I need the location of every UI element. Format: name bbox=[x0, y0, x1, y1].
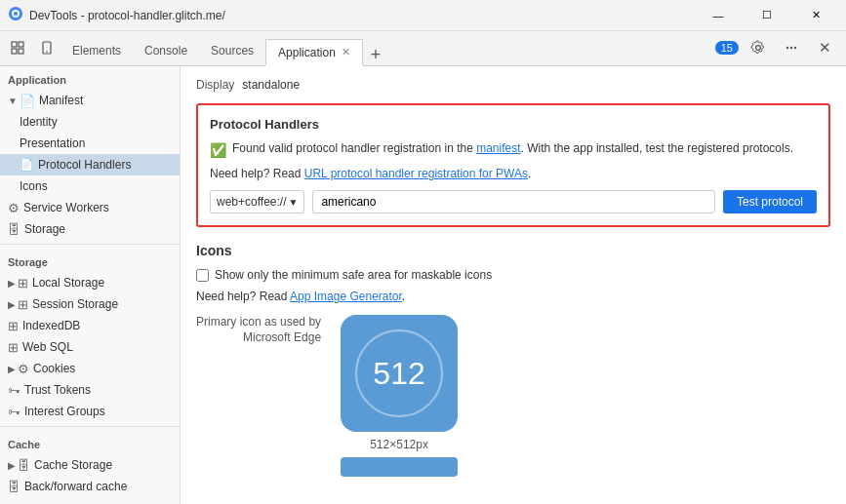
tab-sources[interactable]: Sources bbox=[199, 38, 265, 65]
app-section-title: Application bbox=[0, 66, 180, 90]
sidebar-item-local-storage[interactable]: ▶ ⊞ Local Storage bbox=[0, 272, 180, 293]
tab-application[interactable]: Application ✕ bbox=[265, 39, 363, 66]
icon-preview-info: Primary icon as used by Microsoft Edge bbox=[196, 315, 321, 344]
sidebar-item-manifest[interactable]: ▼ 📄 Manifest bbox=[0, 90, 180, 111]
sidebar-item-trust-tokens[interactable]: 🗝 Trust Tokens bbox=[0, 379, 180, 401]
icon-number: 512 bbox=[373, 356, 424, 392]
minimize-button[interactable]: — bbox=[696, 5, 741, 26]
edge-label: Microsoft Edge bbox=[243, 330, 321, 344]
sidebar-item-identity[interactable]: Identity bbox=[0, 111, 180, 133]
display-row: Display standalone bbox=[196, 78, 830, 92]
check-icon: ✅ bbox=[210, 140, 226, 161]
icon-tile-container: 512 512×512px bbox=[341, 315, 458, 477]
device-toolbar-button[interactable] bbox=[33, 34, 60, 61]
display-value: standalone bbox=[242, 78, 300, 92]
chevron-right-icon: ▶ bbox=[8, 364, 16, 374]
add-tab-button[interactable]: + bbox=[363, 45, 389, 65]
close-button[interactable]: ✕ bbox=[793, 5, 838, 26]
chevron-down-icon: ▼ bbox=[289, 197, 299, 208]
sidebar-item-protocol-handlers[interactable]: 📄 Protocol Handlers bbox=[0, 154, 180, 175]
manifest-link[interactable]: manifest bbox=[476, 141, 520, 155]
sidebar-item-web-sql[interactable]: ⊞ Web SQL bbox=[0, 336, 180, 358]
primary-icon-label: Primary icon as used by bbox=[196, 315, 321, 329]
svg-point-11 bbox=[794, 47, 796, 49]
svg-rect-6 bbox=[19, 49, 23, 54]
protocol-status-after: . With the app installed, test the regis… bbox=[521, 141, 793, 155]
maskable-checkbox[interactable] bbox=[196, 269, 209, 282]
svg-rect-4 bbox=[19, 42, 23, 47]
sidebar-divider-2 bbox=[0, 426, 180, 427]
db-icon: ⊞ bbox=[18, 297, 28, 312]
display-label: Display bbox=[196, 78, 234, 92]
content-area: Display standalone Protocol Handlers ✅ F… bbox=[181, 66, 846, 504]
maskable-checkbox-row: Show only the minimum safe area for mask… bbox=[196, 268, 830, 282]
icon-inner-circle: 512 bbox=[355, 330, 443, 417]
issues-badge[interactable]: 15 bbox=[715, 41, 739, 55]
icon-tile: 512 bbox=[341, 315, 458, 432]
storage-icon: 🗄 bbox=[8, 222, 20, 237]
tab-elements[interactable]: Elements bbox=[60, 38, 133, 65]
sidebar-item-indexeddb[interactable]: ⊞ IndexedDB bbox=[0, 315, 180, 336]
sidebar-item-interest-groups[interactable]: 🗝 Interest Groups bbox=[0, 401, 180, 422]
sidebar-item-cache-storage[interactable]: ▶ 🗄 Cache Storage bbox=[0, 454, 180, 476]
app-image-generator-link[interactable]: App Image Generator bbox=[290, 290, 402, 303]
inspect-button[interactable] bbox=[4, 34, 31, 61]
more-tools-button[interactable] bbox=[778, 34, 805, 61]
svg-point-9 bbox=[786, 47, 788, 49]
window-title: DevTools - protocol-handler.glitch.me/ bbox=[29, 9, 696, 22]
protocol-handlers-title: Protocol Handlers bbox=[210, 117, 817, 132]
icon-preview-section: Primary icon as used by Microsoft Edge 5… bbox=[196, 315, 830, 477]
chevron-right-icon: ▶ bbox=[8, 460, 16, 471]
sidebar-item-back-forward-cache[interactable]: 🗄 Back/forward cache bbox=[0, 476, 180, 497]
main-layout: Application ▼ 📄 Manifest Identity Presen… bbox=[0, 66, 846, 504]
sidebar-divider-1 bbox=[0, 244, 180, 245]
file-icon: 📄 bbox=[20, 158, 34, 172]
protocol-text-input[interactable] bbox=[312, 190, 715, 213]
protocol-handlers-box: Protocol Handlers ✅ Found valid protocol… bbox=[196, 103, 830, 227]
chevron-right-icon: ▶ bbox=[8, 299, 16, 310]
svg-point-8 bbox=[46, 51, 48, 53]
app-icon bbox=[8, 6, 23, 24]
db-icon: ⊞ bbox=[8, 319, 19, 333]
maskable-checkbox-label: Show only the minimum safe area for mask… bbox=[215, 268, 492, 282]
tab-close-icon[interactable]: ✕ bbox=[342, 46, 350, 58]
db-icon: ⊞ bbox=[8, 340, 19, 355]
tab-bar: Elements Console Sources Application ✕ + bbox=[60, 38, 707, 65]
sidebar-item-icons[interactable]: Icons bbox=[0, 175, 180, 197]
icon-strip bbox=[341, 457, 458, 477]
sidebar-item-session-storage[interactable]: ▶ ⊞ Session Storage bbox=[0, 293, 180, 315]
storage-section-title: Storage bbox=[0, 249, 180, 272]
interest-icon: 🗝 bbox=[8, 405, 20, 419]
protocol-input-row: web+coffee:// ▼ Test protocol bbox=[210, 190, 817, 213]
settings-button[interactable] bbox=[745, 34, 772, 61]
protocol-help-link[interactable]: URL protocol handler registration for PW… bbox=[304, 167, 528, 180]
sidebar-item-presentation[interactable]: Presentation bbox=[0, 133, 180, 154]
sidebar-item-service-workers[interactable]: ⚙ Service Workers bbox=[0, 197, 180, 218]
protocol-select[interactable]: web+coffee:// ▼ bbox=[210, 190, 304, 213]
icon-size-label: 512×512px bbox=[370, 438, 428, 451]
svg-rect-5 bbox=[12, 49, 17, 54]
protocol-select-value: web+coffee:// bbox=[217, 195, 287, 209]
protocol-help: Need help? Read URL protocol handler reg… bbox=[210, 167, 817, 180]
cache-icon: 🗄 bbox=[8, 480, 20, 494]
icon-help: Need help? Read App Image Generator. bbox=[196, 290, 830, 303]
protocol-status-text: Found valid protocol handler registratio… bbox=[232, 141, 476, 155]
svg-point-10 bbox=[790, 47, 792, 49]
svg-point-2 bbox=[14, 12, 18, 16]
file-icon: 📄 bbox=[20, 94, 35, 108]
cache-section-title: Cache bbox=[0, 431, 180, 454]
icons-section-title: Icons bbox=[196, 243, 830, 258]
tab-console[interactable]: Console bbox=[133, 38, 199, 65]
cookies-icon: ⚙ bbox=[18, 362, 29, 376]
svg-rect-3 bbox=[12, 42, 17, 47]
chevron-right-icon: ▶ bbox=[8, 278, 16, 289]
protocol-status: ✅ Found valid protocol handler registrat… bbox=[210, 139, 817, 161]
close-devtools-button[interactable]: ✕ bbox=[811, 34, 838, 61]
test-protocol-button[interactable]: Test protocol bbox=[723, 190, 817, 213]
chevron-down-icon: ▼ bbox=[8, 96, 18, 106]
maximize-button[interactable]: ☐ bbox=[745, 5, 789, 26]
workers-icon: ⚙ bbox=[8, 201, 20, 215]
sidebar-item-cookies[interactable]: ▶ ⚙ Cookies bbox=[0, 358, 180, 379]
sidebar-item-storage[interactable]: 🗄 Storage bbox=[0, 218, 180, 240]
db-icon: ⊞ bbox=[18, 276, 28, 291]
